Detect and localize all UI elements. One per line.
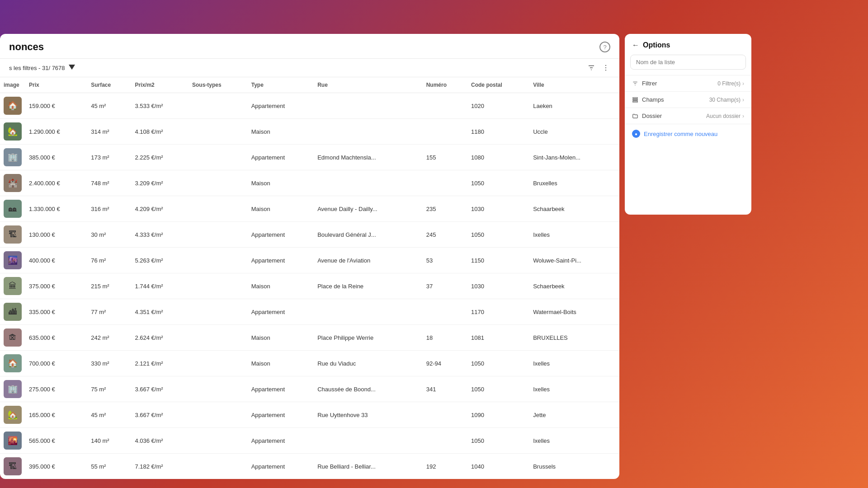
cell-numero: 37 xyxy=(423,273,467,299)
property-thumbnail: 🏰 xyxy=(4,174,22,192)
cell-numero: 192 xyxy=(423,454,467,479)
col-prix-m2[interactable]: Prix/m2 xyxy=(131,77,189,93)
cell-sous-types xyxy=(189,376,248,402)
filtrer-count: 0 Filtre(s) xyxy=(717,80,741,87)
table-row[interactable]: 🏙 335.000 € 77 m² 4.351 €/m² Appartement… xyxy=(0,299,619,325)
svg-point-4 xyxy=(605,65,606,66)
cell-ville: Ixelles xyxy=(529,351,619,376)
col-surface[interactable]: Surface xyxy=(87,77,131,93)
table-row[interactable]: 🌆 400.000 € 76 m² 5.263 €/m² Appartement… xyxy=(0,248,619,273)
cell-rue xyxy=(314,170,423,196)
cell-sous-types xyxy=(189,145,248,170)
cell-sous-types xyxy=(189,273,248,299)
cell-surface: 215 m² xyxy=(87,273,131,299)
table-row[interactable]: 🏘 1.330.000 € 316 m² 4.209 €/m² Maison A… xyxy=(0,196,619,222)
cell-ville: Brussels xyxy=(529,454,619,479)
cell-type: Appartement xyxy=(248,376,314,402)
filtrer-chevron-icon: › xyxy=(742,80,744,87)
cell-prix-m2: 4.351 €/m² xyxy=(131,299,189,325)
cell-surface: 330 m² xyxy=(87,351,131,376)
svg-marker-0 xyxy=(69,65,75,70)
table-row[interactable]: 🏢 275.000 € 75 m² 3.667 €/m² Appartement… xyxy=(0,376,619,402)
cell-image: 🏗 xyxy=(0,454,25,479)
cell-image: 🏠 xyxy=(0,93,25,119)
table-row[interactable]: 🏰 2.400.000 € 748 m² 3.209 €/m² Maison 1… xyxy=(0,170,619,196)
cell-image: 🏗 xyxy=(0,222,25,248)
cell-prix-m2: 3.667 €/m² xyxy=(131,402,189,428)
cell-prix-m2: 5.263 €/m² xyxy=(131,248,189,273)
cell-numero xyxy=(423,93,467,119)
col-numero[interactable]: Numéro xyxy=(423,77,467,93)
cell-code-postal: 1040 xyxy=(467,454,529,479)
cell-prix-m2: 3.209 €/m² xyxy=(131,170,189,196)
filter-text: s les filtres - 31/ 7678 xyxy=(9,65,65,71)
help-icon[interactable]: ? xyxy=(599,42,610,52)
filter-bar: s les filtres - 31/ 7678 xyxy=(0,59,619,77)
cell-prix-m2: 4.209 €/m² xyxy=(131,196,189,222)
toolbar-icons xyxy=(587,63,610,72)
table-row[interactable]: 🏡 1.290.000 € 314 m² 4.108 €/m² Maison 1… xyxy=(0,119,619,145)
cell-code-postal: 1050 xyxy=(467,376,529,402)
cell-type: Maison xyxy=(248,273,314,299)
cell-sous-types xyxy=(189,351,248,376)
champs-count: 30 Champ(s) xyxy=(709,97,741,103)
table-row[interactable]: 🏠 159.000 € 45 m² 3.533 €/m² Appartement… xyxy=(0,93,619,119)
dossier-value: Aucun dossier xyxy=(706,113,741,119)
table-row[interactable]: 🏡 165.000 € 45 m² 3.667 €/m² Appartement… xyxy=(0,402,619,428)
cell-image: 🏡 xyxy=(0,119,25,145)
cell-prix-m2: 3.533 €/m² xyxy=(131,93,189,119)
table-row[interactable]: 🏛 375.000 € 215 m² 1.744 €/m² Maison Pla… xyxy=(0,273,619,299)
cell-sous-types xyxy=(189,222,248,248)
property-thumbnail: 🏘 xyxy=(4,200,22,218)
table-row[interactable]: 🏚 635.000 € 242 m² 2.624 €/m² Maison Pla… xyxy=(0,325,619,351)
dossier-row[interactable]: Dossier Aucun dossier › xyxy=(625,108,751,124)
filter-dropdown[interactable] xyxy=(69,65,75,71)
filtrer-row[interactable]: Filtrer 0 Filtre(s) › xyxy=(625,75,751,91)
cell-type: Appartement xyxy=(248,222,314,248)
champs-row[interactable]: Champs 30 Champ(s) › xyxy=(625,91,751,108)
cell-rue xyxy=(314,93,423,119)
cell-code-postal: 1081 xyxy=(467,325,529,351)
table-row[interactable]: 🏗 130.000 € 30 m² 4.333 €/m² Appartement… xyxy=(0,222,619,248)
cell-code-postal: 1030 xyxy=(467,196,529,222)
side-panel: ← Options Filtrer 0 Filtre(s) › Champs xyxy=(625,34,751,215)
table-row[interactable]: 🏠 700.000 € 330 m² 2.121 €/m² Maison Rue… xyxy=(0,351,619,376)
cell-prix-m2: 2.624 €/m² xyxy=(131,325,189,351)
cell-prix: 400.000 € xyxy=(25,248,87,273)
col-ville[interactable]: Ville xyxy=(529,77,619,93)
table-row[interactable]: 🏢 385.000 € 173 m² 2.225 €/m² Appartemen… xyxy=(0,145,619,170)
cell-sous-types xyxy=(189,454,248,479)
cell-sous-types xyxy=(189,402,248,428)
table-row[interactable]: 🏗 395.000 € 55 m² 7.182 €/m² Appartement… xyxy=(0,454,619,479)
table-row[interactable]: 🌇 565.000 € 140 m² 4.036 €/m² Appartemen… xyxy=(0,428,619,454)
cell-sous-types xyxy=(189,248,248,273)
col-prix[interactable]: Prix xyxy=(25,77,87,93)
col-rue[interactable]: Rue xyxy=(314,77,423,93)
list-name-input[interactable] xyxy=(630,55,746,70)
save-new-row[interactable]: ● Enregistrer comme nouveau xyxy=(625,124,751,143)
cell-rue xyxy=(314,428,423,454)
property-thumbnail: 🏗 xyxy=(4,457,22,475)
property-thumbnail: 🏛 xyxy=(4,277,22,295)
filter-icon[interactable] xyxy=(587,63,596,72)
property-thumbnail: 🏢 xyxy=(4,380,22,398)
col-code-postal[interactable]: Code postal xyxy=(467,77,529,93)
cell-ville: Ixelles xyxy=(529,222,619,248)
property-thumbnail: 🏚 xyxy=(4,328,22,347)
cell-type: Maison xyxy=(248,325,314,351)
cell-rue: Place de la Reine xyxy=(314,273,423,299)
back-button[interactable]: ← xyxy=(632,41,639,49)
property-thumbnail: 🏢 xyxy=(4,148,22,166)
cell-type: Appartement xyxy=(248,299,314,325)
more-icon[interactable] xyxy=(601,63,610,72)
cell-code-postal: 1080 xyxy=(467,145,529,170)
save-new-icon: ● xyxy=(632,130,640,138)
cell-code-postal: 1090 xyxy=(467,402,529,428)
col-sous-types[interactable]: Sous-types xyxy=(189,77,248,93)
table-container: image Prix Surface Prix/m2 Sous-types Ty… xyxy=(0,77,619,479)
cell-type: Appartement xyxy=(248,428,314,454)
cell-numero: 92-94 xyxy=(423,351,467,376)
cell-prix-m2: 2.225 €/m² xyxy=(131,145,189,170)
col-type[interactable]: Type xyxy=(248,77,314,93)
cell-rue: Avenue Dailly - Dailly... xyxy=(314,196,423,222)
